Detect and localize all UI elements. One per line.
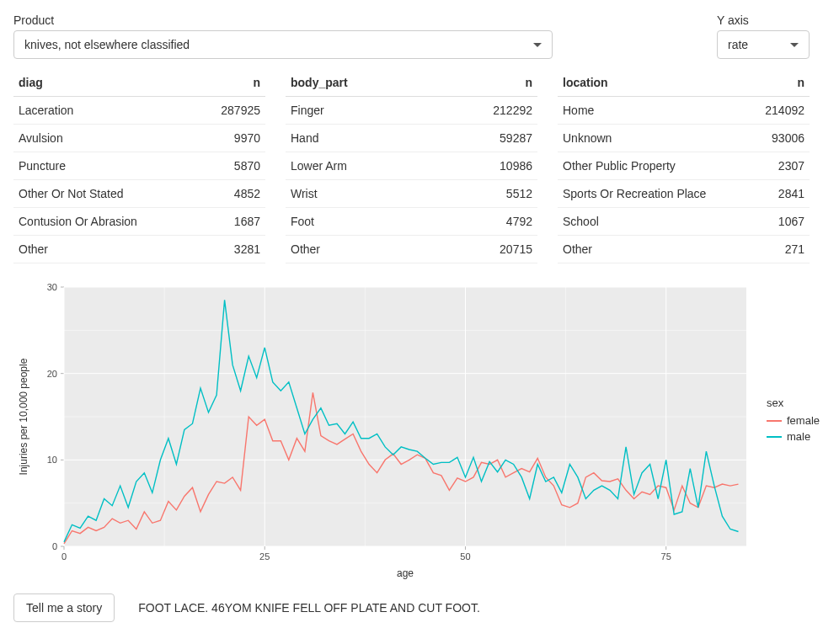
table-row: Avulsion9970 xyxy=(13,125,265,152)
table-row: Foot4792 xyxy=(286,208,537,236)
legend-swatch xyxy=(767,420,782,422)
table-cell-value: 5512 xyxy=(430,180,537,208)
table-cell-value: 4792 xyxy=(430,208,537,236)
controls-row: Product knives, not elsewhere classified… xyxy=(13,13,810,59)
table-cell-value: 212292 xyxy=(430,97,537,125)
table-row: Other Or Not Stated4852 xyxy=(13,180,265,208)
svg-text:10: 10 xyxy=(47,455,57,465)
table-cell-label: Finger xyxy=(286,97,430,125)
yaxis-select-value: rate xyxy=(728,38,748,51)
product-select[interactable]: knives, not elsewhere classified xyxy=(13,30,553,59)
table-cell-label: School xyxy=(558,208,748,236)
legend-swatch xyxy=(767,436,782,438)
bodypart-col1: body_part xyxy=(286,69,430,97)
table-cell-label: Sports Or Recreation Place xyxy=(558,180,748,208)
table-row: Other3281 xyxy=(13,236,265,263)
table-row: Unknown93006 xyxy=(558,125,810,152)
table-row: Hand59287 xyxy=(286,125,537,152)
caret-down-icon xyxy=(790,43,799,47)
table-cell-label: Foot xyxy=(286,208,430,236)
line-chart: 01020300255075ageInjuries per 10,000 peo… xyxy=(13,279,755,582)
table-row: School1067 xyxy=(558,208,810,236)
table-row: Sports Or Recreation Place2841 xyxy=(558,180,810,208)
table-row: Contusion Or Abrasion1687 xyxy=(13,208,265,236)
yaxis-select[interactable]: rate xyxy=(717,30,810,59)
story-text: FOOT LACE. 46YOM KNIFE FELL OFF PLATE AN… xyxy=(138,601,480,615)
table-cell-label: Unknown xyxy=(558,125,748,152)
table-cell-label: Other Public Property xyxy=(558,152,748,180)
chart-area: 01020300255075ageInjuries per 10,000 peo… xyxy=(13,279,810,582)
table-cell-label: Laceration xyxy=(13,97,195,125)
table-row: Finger212292 xyxy=(286,97,537,125)
table-cell-value: 10986 xyxy=(430,152,537,180)
table-cell-label: Other xyxy=(286,236,430,263)
legend: sex femalemale xyxy=(767,397,820,446)
table-row: Puncture5870 xyxy=(13,152,265,180)
table-cell-value: 20715 xyxy=(430,236,537,263)
tell-story-button[interactable]: Tell me a story xyxy=(13,593,115,622)
product-select-value: knives, not elsewhere classified xyxy=(24,38,190,51)
table-cell-label: Other Or Not Stated xyxy=(13,180,195,208)
legend-title: sex xyxy=(767,397,820,409)
svg-text:25: 25 xyxy=(259,551,270,562)
table-cell-value: 1687 xyxy=(195,208,265,236)
table-cell-value: 2841 xyxy=(748,180,810,208)
table-cell-label: Other xyxy=(13,236,195,263)
table-cell-value: 9970 xyxy=(195,125,265,152)
table-cell-value: 214092 xyxy=(748,97,810,125)
legend-item: female xyxy=(767,414,820,427)
caret-down-icon xyxy=(533,43,542,47)
table-row: Other271 xyxy=(558,236,810,263)
table-cell-value: 93006 xyxy=(748,125,810,152)
table-cell-label: Contusion Or Abrasion xyxy=(13,208,195,236)
story-row: Tell me a story FOOT LACE. 46YOM KNIFE F… xyxy=(13,593,810,622)
table-row: Laceration287925 xyxy=(13,97,265,125)
diag-table: diag n Laceration287925Avulsion9970Punct… xyxy=(13,69,265,263)
table-row: Other Public Property2307 xyxy=(558,152,810,180)
bodypart-col2: n xyxy=(430,69,537,97)
yaxis-label: Y axis xyxy=(717,13,810,27)
table-cell-label: Home xyxy=(558,97,748,125)
table-cell-label: Lower Arm xyxy=(286,152,430,180)
tables-row: diag n Laceration287925Avulsion9970Punct… xyxy=(13,69,810,263)
table-cell-label: Hand xyxy=(286,125,430,152)
svg-text:0: 0 xyxy=(61,551,67,562)
table-cell-value: 271 xyxy=(748,236,810,263)
svg-text:0: 0 xyxy=(52,541,57,551)
chart-main: 01020300255075ageInjuries per 10,000 peo… xyxy=(13,279,755,582)
table-cell-value: 2307 xyxy=(748,152,810,180)
svg-text:age: age xyxy=(397,567,414,579)
table-cell-label: Puncture xyxy=(13,152,195,180)
table-cell-value: 4852 xyxy=(195,180,265,208)
product-label: Product xyxy=(13,13,553,27)
table-cell-value: 287925 xyxy=(195,97,265,125)
legend-item: male xyxy=(767,430,820,443)
table-cell-value: 3281 xyxy=(195,236,265,263)
diag-col2: n xyxy=(195,69,265,97)
svg-text:20: 20 xyxy=(47,369,57,379)
table-row: Home214092 xyxy=(558,97,810,125)
legend-label: male xyxy=(787,430,810,443)
table-row: Lower Arm10986 xyxy=(286,152,537,180)
table-row: Wrist5512 xyxy=(286,180,537,208)
product-control: Product knives, not elsewhere classified xyxy=(13,13,553,59)
svg-text:Injuries per 10,000 people: Injuries per 10,000 people xyxy=(18,358,29,475)
svg-text:50: 50 xyxy=(460,551,470,562)
location-col2: n xyxy=(748,69,810,97)
bodypart-table: body_part n Finger212292Hand59287Lower A… xyxy=(286,69,537,263)
table-cell-label: Avulsion xyxy=(13,125,195,152)
svg-text:30: 30 xyxy=(47,282,57,292)
table-cell-label: Other xyxy=(558,236,748,263)
diag-col1: diag xyxy=(13,69,195,97)
table-cell-value: 59287 xyxy=(430,125,537,152)
table-cell-label: Wrist xyxy=(286,180,430,208)
yaxis-control: Y axis rate xyxy=(717,13,810,59)
legend-label: female xyxy=(787,414,820,427)
location-table: location n Home214092Unknown93006Other P… xyxy=(558,69,810,263)
svg-text:75: 75 xyxy=(661,551,671,562)
table-cell-value: 5870 xyxy=(195,152,265,180)
table-cell-value: 1067 xyxy=(748,208,810,236)
table-row: Other20715 xyxy=(286,236,537,263)
location-col1: location xyxy=(558,69,748,97)
